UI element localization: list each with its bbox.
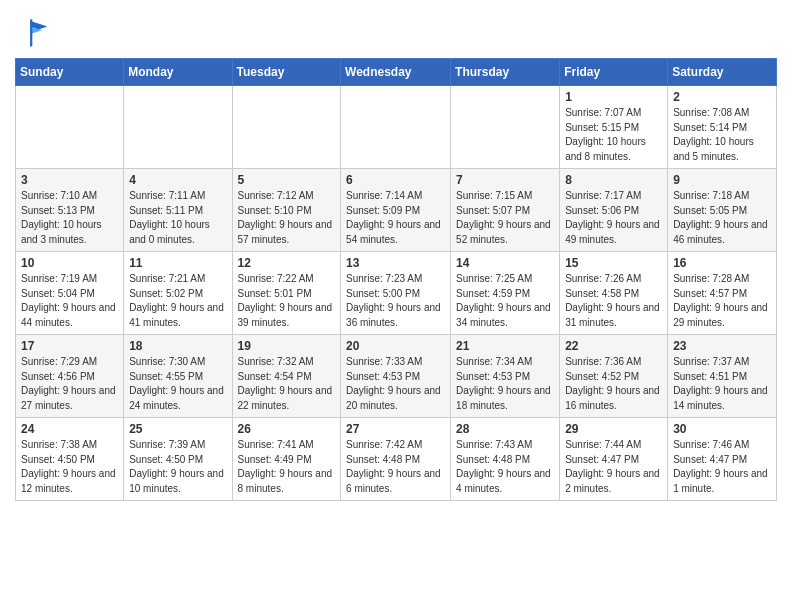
day-info: Sunrise: 7:26 AMSunset: 4:58 PMDaylight:… [565,272,662,330]
day-info: Sunrise: 7:23 AMSunset: 5:00 PMDaylight:… [346,272,445,330]
calendar-cell: 9Sunrise: 7:18 AMSunset: 5:05 PMDaylight… [668,169,777,252]
day-info: Sunrise: 7:08 AMSunset: 5:14 PMDaylight:… [673,106,771,164]
calendar-cell: 10Sunrise: 7:19 AMSunset: 5:04 PMDayligh… [16,252,124,335]
day-info: Sunrise: 7:07 AMSunset: 5:15 PMDaylight:… [565,106,662,164]
weekday-header-friday: Friday [560,59,668,86]
week-row-5: 24Sunrise: 7:38 AMSunset: 4:50 PMDayligh… [16,418,777,501]
day-number: 27 [346,422,445,436]
day-number: 7 [456,173,554,187]
day-info: Sunrise: 7:22 AMSunset: 5:01 PMDaylight:… [238,272,336,330]
day-info: Sunrise: 7:11 AMSunset: 5:11 PMDaylight:… [129,189,226,247]
day-info: Sunrise: 7:19 AMSunset: 5:04 PMDaylight:… [21,272,118,330]
calendar-cell [341,86,451,169]
day-info: Sunrise: 7:42 AMSunset: 4:48 PMDaylight:… [346,438,445,496]
day-info: Sunrise: 7:46 AMSunset: 4:47 PMDaylight:… [673,438,771,496]
calendar-cell: 23Sunrise: 7:37 AMSunset: 4:51 PMDayligh… [668,335,777,418]
calendar-cell: 24Sunrise: 7:38 AMSunset: 4:50 PMDayligh… [16,418,124,501]
day-number: 2 [673,90,771,104]
calendar-cell: 12Sunrise: 7:22 AMSunset: 5:01 PMDayligh… [232,252,341,335]
calendar-cell: 17Sunrise: 7:29 AMSunset: 4:56 PMDayligh… [16,335,124,418]
day-number: 25 [129,422,226,436]
day-number: 18 [129,339,226,353]
day-number: 15 [565,256,662,270]
calendar-cell: 11Sunrise: 7:21 AMSunset: 5:02 PMDayligh… [124,252,232,335]
calendar-cell: 30Sunrise: 7:46 AMSunset: 4:47 PMDayligh… [668,418,777,501]
weekday-header-row: SundayMondayTuesdayWednesdayThursdayFrid… [16,59,777,86]
calendar-cell: 27Sunrise: 7:42 AMSunset: 4:48 PMDayligh… [341,418,451,501]
day-info: Sunrise: 7:15 AMSunset: 5:07 PMDaylight:… [456,189,554,247]
day-number: 9 [673,173,771,187]
calendar-cell [16,86,124,169]
day-number: 8 [565,173,662,187]
day-number: 22 [565,339,662,353]
day-info: Sunrise: 7:43 AMSunset: 4:48 PMDaylight:… [456,438,554,496]
day-info: Sunrise: 7:38 AMSunset: 4:50 PMDaylight:… [21,438,118,496]
day-number: 19 [238,339,336,353]
day-info: Sunrise: 7:37 AMSunset: 4:51 PMDaylight:… [673,355,771,413]
calendar-cell [232,86,341,169]
day-number: 20 [346,339,445,353]
weekday-header-saturday: Saturday [668,59,777,86]
day-number: 21 [456,339,554,353]
calendar-cell: 8Sunrise: 7:17 AMSunset: 5:06 PMDaylight… [560,169,668,252]
weekday-header-wednesday: Wednesday [341,59,451,86]
day-number: 13 [346,256,445,270]
calendar-cell: 16Sunrise: 7:28 AMSunset: 4:57 PMDayligh… [668,252,777,335]
day-info: Sunrise: 7:41 AMSunset: 4:49 PMDaylight:… [238,438,336,496]
calendar-cell: 1Sunrise: 7:07 AMSunset: 5:15 PMDaylight… [560,86,668,169]
day-number: 11 [129,256,226,270]
day-info: Sunrise: 7:44 AMSunset: 4:47 PMDaylight:… [565,438,662,496]
week-row-3: 10Sunrise: 7:19 AMSunset: 5:04 PMDayligh… [16,252,777,335]
calendar-cell: 22Sunrise: 7:36 AMSunset: 4:52 PMDayligh… [560,335,668,418]
day-info: Sunrise: 7:18 AMSunset: 5:05 PMDaylight:… [673,189,771,247]
calendar-cell: 15Sunrise: 7:26 AMSunset: 4:58 PMDayligh… [560,252,668,335]
calendar-cell: 25Sunrise: 7:39 AMSunset: 4:50 PMDayligh… [124,418,232,501]
day-info: Sunrise: 7:39 AMSunset: 4:50 PMDaylight:… [129,438,226,496]
weekday-header-thursday: Thursday [451,59,560,86]
day-number: 3 [21,173,118,187]
week-row-1: 1Sunrise: 7:07 AMSunset: 5:15 PMDaylight… [16,86,777,169]
calendar-cell: 19Sunrise: 7:32 AMSunset: 4:54 PMDayligh… [232,335,341,418]
day-number: 23 [673,339,771,353]
day-number: 14 [456,256,554,270]
calendar-cell: 26Sunrise: 7:41 AMSunset: 4:49 PMDayligh… [232,418,341,501]
day-number: 10 [21,256,118,270]
calendar-cell: 20Sunrise: 7:33 AMSunset: 4:53 PMDayligh… [341,335,451,418]
day-info: Sunrise: 7:28 AMSunset: 4:57 PMDaylight:… [673,272,771,330]
day-number: 12 [238,256,336,270]
calendar: SundayMondayTuesdayWednesdayThursdayFrid… [15,58,777,501]
day-info: Sunrise: 7:10 AMSunset: 5:13 PMDaylight:… [21,189,118,247]
day-number: 24 [21,422,118,436]
calendar-cell: 28Sunrise: 7:43 AMSunset: 4:48 PMDayligh… [451,418,560,501]
day-info: Sunrise: 7:34 AMSunset: 4:53 PMDaylight:… [456,355,554,413]
day-info: Sunrise: 7:17 AMSunset: 5:06 PMDaylight:… [565,189,662,247]
calendar-cell: 29Sunrise: 7:44 AMSunset: 4:47 PMDayligh… [560,418,668,501]
calendar-cell: 21Sunrise: 7:34 AMSunset: 4:53 PMDayligh… [451,335,560,418]
day-info: Sunrise: 7:25 AMSunset: 4:59 PMDaylight:… [456,272,554,330]
logo-icon [15,14,51,50]
logo [15,14,55,50]
calendar-cell: 5Sunrise: 7:12 AMSunset: 5:10 PMDaylight… [232,169,341,252]
calendar-cell [124,86,232,169]
day-number: 28 [456,422,554,436]
day-number: 30 [673,422,771,436]
day-number: 4 [129,173,226,187]
day-number: 29 [565,422,662,436]
calendar-cell: 3Sunrise: 7:10 AMSunset: 5:13 PMDaylight… [16,169,124,252]
day-number: 16 [673,256,771,270]
week-row-4: 17Sunrise: 7:29 AMSunset: 4:56 PMDayligh… [16,335,777,418]
calendar-cell: 6Sunrise: 7:14 AMSunset: 5:09 PMDaylight… [341,169,451,252]
day-info: Sunrise: 7:32 AMSunset: 4:54 PMDaylight:… [238,355,336,413]
calendar-cell: 4Sunrise: 7:11 AMSunset: 5:11 PMDaylight… [124,169,232,252]
day-number: 17 [21,339,118,353]
calendar-cell [451,86,560,169]
calendar-cell: 14Sunrise: 7:25 AMSunset: 4:59 PMDayligh… [451,252,560,335]
day-info: Sunrise: 7:12 AMSunset: 5:10 PMDaylight:… [238,189,336,247]
calendar-cell: 13Sunrise: 7:23 AMSunset: 5:00 PMDayligh… [341,252,451,335]
day-info: Sunrise: 7:29 AMSunset: 4:56 PMDaylight:… [21,355,118,413]
day-number: 6 [346,173,445,187]
calendar-cell: 7Sunrise: 7:15 AMSunset: 5:07 PMDaylight… [451,169,560,252]
day-number: 5 [238,173,336,187]
day-number: 26 [238,422,336,436]
day-info: Sunrise: 7:21 AMSunset: 5:02 PMDaylight:… [129,272,226,330]
